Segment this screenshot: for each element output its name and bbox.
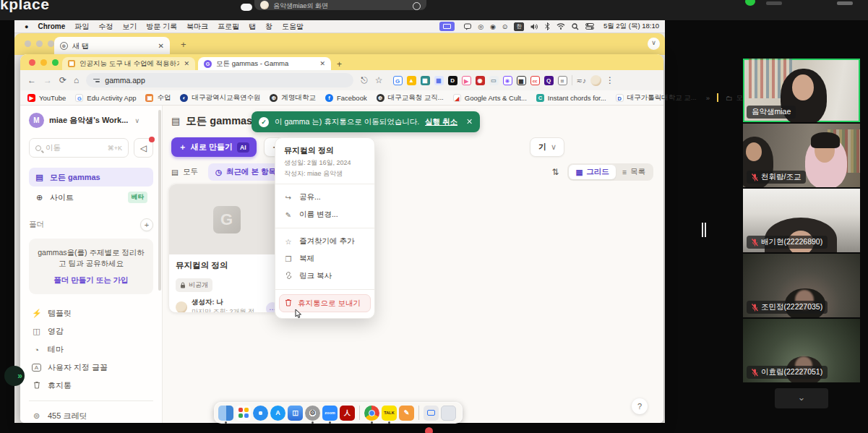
tab-ai-tools[interactable]: 인공지능 도구 내 수업에 적용하기 ✕ bbox=[62, 57, 195, 70]
toast-close-icon[interactable]: ✕ bbox=[466, 117, 473, 127]
background-browser-window[interactable]: ⊛ 새 탭 ✕ + ∨ bbox=[14, 33, 665, 55]
grid-blue-extension-icon[interactable]: ▦ bbox=[434, 76, 444, 85]
menu-item-share[interactable]: ↪공유... bbox=[275, 189, 374, 206]
menu-bookmarks[interactable]: 북마크 bbox=[186, 22, 208, 32]
sidebar-item-themes[interactable]: ◔테마 bbox=[29, 340, 153, 359]
qr-extension-icon[interactable]: ▩ bbox=[517, 76, 526, 85]
site-settings-icon[interactable] bbox=[93, 79, 100, 82]
acrobat-icon[interactable]: 人 bbox=[340, 406, 355, 421]
drive-extension-icon[interactable]: ▲ bbox=[407, 76, 416, 85]
screenshot-tool-icon[interactable] bbox=[424, 406, 439, 421]
menu-item-favorite[interactable]: ☆즐겨찾기에 추가 bbox=[275, 233, 374, 250]
bookmark-youtube[interactable]: ▶YouTube bbox=[27, 94, 66, 102]
back-icon[interactable]: ← bbox=[27, 75, 36, 85]
participant-video[interactable]: 이효림(22227051) bbox=[743, 319, 860, 382]
bookmark-daegu-office[interactable]: ⊕대구교육청 교직... bbox=[377, 93, 444, 103]
adobe-cc-icon[interactable]: ◎ bbox=[478, 23, 484, 30]
safari-icon[interactable] bbox=[253, 406, 268, 421]
korean-input-icon[interactable]: 한 bbox=[514, 22, 524, 31]
cc-extension-icon[interactable]: cc bbox=[530, 76, 540, 85]
menu-profiles[interactable]: 프로필 bbox=[218, 22, 239, 32]
participant-video[interactable]: 천휘람/조교 bbox=[743, 124, 860, 187]
sidebar-item-credits[interactable]: ⊜455 크레딧 bbox=[29, 407, 153, 423]
workspace-switcher[interactable]: M miae 음악샘's Work... ∨ bbox=[29, 113, 153, 128]
play-circle-icon[interactable]: ◉ bbox=[490, 23, 496, 30]
screen-share-pill[interactable]: 음악샘miae의 화면 bbox=[254, 0, 426, 10]
media-control-icon[interactable]: ≂♪ bbox=[577, 77, 586, 85]
launchpad-icon[interactable] bbox=[236, 406, 251, 421]
chrome-icon[interactable] bbox=[364, 406, 379, 421]
address-bar[interactable]: gamma.app bbox=[86, 73, 353, 87]
help-button[interactable]: ? bbox=[632, 398, 648, 414]
sidebar-item-templates[interactable]: ⚡템플릿 bbox=[29, 304, 153, 322]
new-tab-button[interactable]: + bbox=[181, 39, 186, 50]
back-tab-new-tab[interactable]: ⊛ 새 탭 ✕ bbox=[54, 37, 170, 55]
grid-teal-extension-icon[interactable]: ▦ bbox=[421, 76, 430, 85]
search-icon[interactable] bbox=[572, 23, 579, 30]
control-center-icon[interactable] bbox=[585, 23, 594, 30]
app-store-icon[interactable]: A bbox=[270, 406, 285, 421]
system-settings-icon[interactable]: ⚙ bbox=[305, 406, 320, 421]
bookmark-catholic-univ[interactable]: D대구가톨릭대학교 교... bbox=[616, 93, 697, 103]
participant-video[interactable]: 배기현(22226890) bbox=[743, 189, 860, 252]
bookmark-google-arts[interactable]: ◢Google Arts & Cult... bbox=[453, 94, 527, 102]
translate-extension-icon[interactable]: G bbox=[393, 76, 403, 85]
close-tab-icon[interactable]: ✕ bbox=[184, 60, 189, 67]
search-input[interactable]: 이동 ⌘+K bbox=[29, 138, 129, 158]
close-tab-icon[interactable]: ✕ bbox=[158, 42, 164, 50]
menu-item-duplicate[interactable]: ❐복제 bbox=[275, 250, 374, 267]
hancom-editor-icon[interactable]: ✎ bbox=[399, 406, 414, 421]
bookmark-keimyung[interactable]: ⊕계명대학교 bbox=[270, 93, 316, 103]
play-extension-icon[interactable]: ▶ bbox=[462, 76, 471, 85]
books-icon[interactable]: ◫ bbox=[288, 406, 303, 421]
create-folder-link[interactable]: 폴더 만들기 또는 가입 bbox=[35, 275, 147, 286]
menu-item-send-to-trash[interactable]: 휴지통으로 보내기 bbox=[279, 294, 371, 312]
forward-icon[interactable]: → bbox=[43, 75, 52, 85]
filter-recent[interactable]: ◷최근에 본 항목 bbox=[208, 163, 283, 181]
menu-edit[interactable]: 수정 bbox=[98, 22, 113, 32]
new-tab-button[interactable]: + bbox=[337, 59, 342, 69]
bookmark-class[interactable]: ▣수업 bbox=[145, 93, 171, 103]
filter-all[interactable]: ▤모두 bbox=[171, 167, 198, 177]
close-tab-icon[interactable]: ✕ bbox=[319, 60, 325, 67]
q-extension-icon[interactable]: Q bbox=[544, 76, 554, 85]
sort-icon[interactable]: ⇅ bbox=[551, 167, 559, 177]
profile-avatar[interactable] bbox=[590, 75, 601, 86]
menu-history[interactable]: 방문 기록 bbox=[146, 22, 177, 32]
kebab-menu-icon[interactable]: ⋮ bbox=[606, 75, 614, 85]
reload-icon[interactable]: ⟳ bbox=[59, 75, 66, 85]
menu-item-copy-link[interactable]: 링크 복사 bbox=[275, 267, 374, 285]
bookmark-facebook[interactable]: fFacebook bbox=[325, 94, 367, 102]
menu-view[interactable]: 보기 bbox=[122, 22, 137, 32]
import-button[interactable]: 기 ∨ bbox=[530, 137, 564, 157]
share-page-icon[interactable]: ⎋ bbox=[361, 75, 368, 85]
tab-all-gammas[interactable]: G 모든 gammas - Gamma ✕ bbox=[198, 57, 331, 70]
sidebar-item-all-gammas[interactable]: ▤ 모든 gammas bbox=[29, 168, 153, 187]
flower-extension-icon[interactable]: ✳ bbox=[503, 76, 512, 85]
bluetooth-icon[interactable] bbox=[545, 22, 550, 30]
record-circle-icon[interactable]: ⊙ bbox=[502, 23, 508, 30]
menubar-clock[interactable]: 5월 2일 (목) 18:10 bbox=[603, 22, 659, 31]
bookmark-star-icon[interactable]: ☆ bbox=[375, 75, 383, 85]
menu-file[interactable]: 파일 bbox=[74, 22, 89, 32]
volume-icon[interactable] bbox=[530, 23, 538, 30]
menu-window[interactable]: 창 bbox=[265, 22, 272, 32]
stop-share-icon[interactable] bbox=[413, 2, 421, 10]
window-traffic-lights[interactable] bbox=[29, 59, 59, 66]
sidebar-item-sites[interactable]: ⊕ 사이트 베타 bbox=[29, 188, 153, 207]
trash-icon[interactable] bbox=[441, 406, 456, 421]
bookmark-edu-activity[interactable]: GEdu Activity App bbox=[75, 94, 136, 102]
participant-video[interactable]: 음악샘miae bbox=[743, 59, 860, 122]
home-icon[interactable]: ⌂ bbox=[74, 75, 79, 85]
collapsed-panel-chevron[interactable]: » bbox=[4, 366, 25, 386]
puzzle-extensions-icon[interactable]: ⌗ bbox=[558, 76, 567, 85]
sidebar-scrollbar[interactable] bbox=[158, 110, 161, 291]
collapse-videos-button[interactable]: ⌄ bbox=[775, 388, 828, 408]
create-new-button[interactable]: ＋ 새로 만들기 AI bbox=[171, 137, 257, 157]
kakaotalk-icon[interactable]: TALK bbox=[382, 406, 397, 421]
camera-extension-icon[interactable]: ◉ bbox=[476, 76, 485, 85]
bookmark-daegu-edu[interactable]: ◐대구광역시교육연수원 bbox=[180, 93, 260, 103]
gamma-extension-icon[interactable]: D bbox=[448, 76, 457, 85]
box-extension-icon[interactable]: ▭ bbox=[489, 76, 499, 85]
chat-icon[interactable] bbox=[464, 23, 471, 30]
